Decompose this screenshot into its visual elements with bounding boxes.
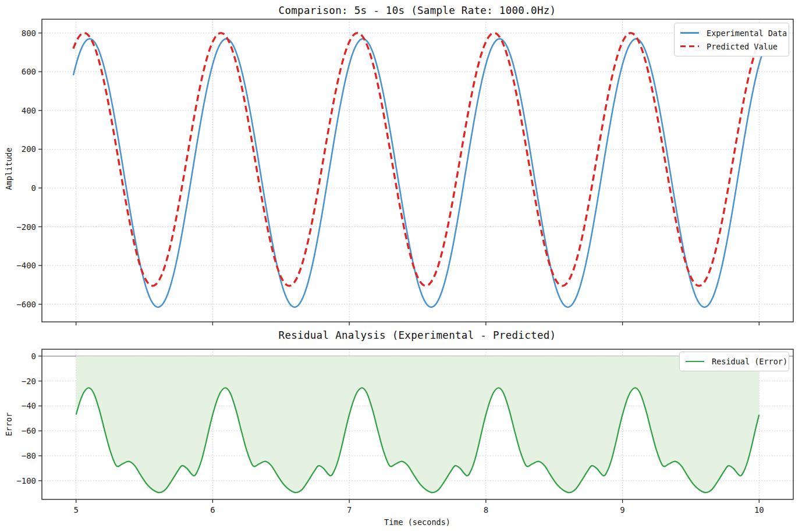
svg-text:7: 7 <box>347 505 352 515</box>
legend-entry-predicted: Predicted Value <box>680 42 783 51</box>
svg-text:0: 0 <box>31 183 36 193</box>
figure: Comparison: 5s - 10s (Sample Rate: 1000.… <box>0 0 802 532</box>
svg-text:10: 10 <box>754 505 764 515</box>
legend-label-predicted: Predicted Value <box>707 42 778 51</box>
experimental-line-swatch <box>680 32 699 34</box>
svg-text:−80: −80 <box>22 451 36 460</box>
svg-text:−40: −40 <box>22 401 36 410</box>
svg-text:600: 600 <box>22 67 36 76</box>
svg-text:−20: −20 <box>22 377 36 386</box>
svg-text:400: 400 <box>22 106 36 115</box>
svg-text:−600: −600 <box>16 300 36 309</box>
legend-entry-experimental: Experimental Data <box>680 29 783 38</box>
top-chart-legend: Experimental Data Predicted Value <box>674 23 789 56</box>
predicted-line-swatch <box>680 45 699 48</box>
legend-entry-residual: Residual (Error) <box>686 357 783 366</box>
svg-text:800: 800 <box>22 29 36 38</box>
svg-text:−400: −400 <box>16 261 36 270</box>
residual-line-swatch <box>686 361 704 363</box>
legend-label-experimental: Experimental Data <box>707 29 787 38</box>
charts-canvas: 8006004002000−200−400−6000−20−40−60−80−1… <box>0 0 802 532</box>
bottom-chart-legend: Residual (Error) <box>679 352 789 371</box>
bottom-chart-series-0-fill <box>76 356 760 492</box>
top-chart-tick-labels: 8006004002000−200−400−600 <box>16 29 36 309</box>
top-chart-series-0-line <box>73 39 762 307</box>
svg-text:0: 0 <box>31 352 36 361</box>
svg-text:−60: −60 <box>22 426 36 435</box>
svg-text:200: 200 <box>22 144 36 154</box>
svg-text:8: 8 <box>484 505 488 515</box>
svg-text:−200: −200 <box>16 222 36 232</box>
top-chart-series-1-line <box>73 33 762 286</box>
svg-text:6: 6 <box>210 505 215 515</box>
legend-label-residual: Residual (Error) <box>712 357 787 366</box>
svg-text:−100: −100 <box>16 476 36 485</box>
svg-text:5: 5 <box>73 505 78 515</box>
svg-text:9: 9 <box>620 505 624 515</box>
